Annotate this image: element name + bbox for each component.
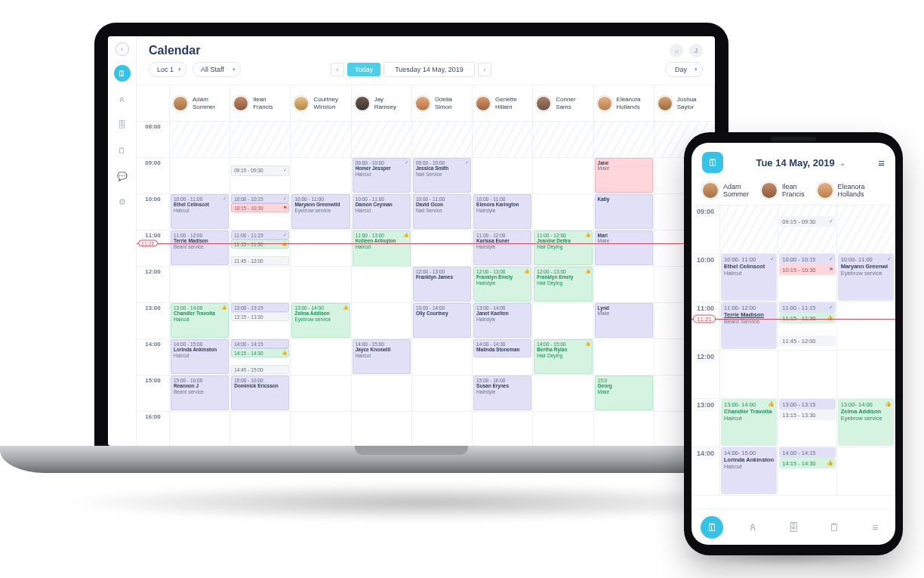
appointment[interactable]: 13:00 - 14:00Chandler TravoltaHaircut👍 — [171, 303, 229, 338]
calendar-cell[interactable] — [230, 267, 291, 303]
view-select[interactable]: Day ▾ — [665, 62, 703, 77]
appointment[interactable]: 11:00 - 12:00Karissa EunerHairstyle — [473, 230, 531, 265]
calendar-nav-icon[interactable]: 🗓 — [114, 65, 131, 82]
calendar-cell[interactable]: 12:00 - 13:00Franklyn EmelyHairstyle👍 — [473, 267, 533, 303]
calendar-cell[interactable]: 11:00 - 12:00Karissa EunerHairstyle — [473, 230, 533, 267]
calendar-cell[interactable]: 14:00 - 15:00Jayce KnoxwillHaircut — [352, 339, 412, 376]
appointment[interactable]: 14:00 - 15:00Lorinda AnkinstonHaircut — [171, 339, 229, 374]
appointment[interactable]: 14:00 - 15:00Jayce KnoxwillHaircut — [353, 339, 411, 374]
phone-calendar-icon[interactable]: 🗓 — [702, 152, 723, 173]
calendar-cell[interactable]: 10:00 - 11:00Maryann GreenwildEyebrow se… — [291, 194, 351, 230]
calendar-cell[interactable]: 15:00 - 16:00Reannon JBeard service — [170, 376, 230, 412]
appointment[interactable]: 15:00 - 16:00Dominick Ericsson — [231, 376, 289, 410]
appointment[interactable]: 11:15 - 11:30👍 — [231, 240, 289, 249]
appointment[interactable]: LyndMake — [595, 303, 653, 338]
calendar-cell[interactable]: 09:00 - 10:00Homer JessperHaircut✓ — [352, 158, 412, 194]
search-icon[interactable]: ⌕ — [670, 44, 683, 57]
calendar-cell[interactable] — [412, 339, 473, 376]
staff-select[interactable]: All Staff ▾ — [192, 62, 241, 77]
phone-appointment[interactable]: 11:00- 12:00Terrie MadisonBeard Service — [721, 302, 777, 349]
calendar-cell[interactable]: 13:00 - 14:00Janet KaeltonHairstyle — [473, 303, 533, 339]
phone-appointment[interactable]: 14:00- 15:00Lorinda AnkinstonHaircut — [721, 447, 777, 494]
phone-calendar-cell[interactable]: 14:00 - 14:1514:15 - 14:30👍 — [778, 447, 836, 496]
appointment[interactable]: 10:00 - 11:00David OconNail Service — [413, 194, 471, 229]
calendar-cell[interactable] — [352, 412, 412, 446]
calendar-cell[interactable]: 12:00 - 13:00Franklyn EmelyHair Deying👍 — [533, 267, 593, 303]
staff-header[interactable]: AdamSommer — [170, 85, 230, 122]
phone-calendar-cell[interactable] — [837, 351, 895, 399]
calendar-cell[interactable]: 10:00 - 11:00Damon CeymanHaircut — [352, 194, 412, 230]
calendar-cell[interactable] — [594, 122, 654, 158]
calendar-cell[interactable] — [170, 122, 230, 158]
calendar-cell[interactable] — [352, 267, 412, 303]
calendar-cell[interactable]: 15:00 - 16:00Susan ErynesHairstyle — [473, 376, 533, 412]
appointment[interactable]: 13:00 - 14:00Zelma AddisonEyebrow servic… — [291, 303, 350, 338]
phone-calendar-cell[interactable] — [720, 351, 778, 399]
appointment[interactable]: 14:00 - 14:15 — [231, 339, 289, 348]
today-button[interactable]: Today — [347, 63, 380, 76]
phone-calendar-cell[interactable]: 09:15 - 09:30✓ — [778, 206, 836, 254]
phone-date-select[interactable]: Tue 14 May, 2019 ⌄ — [756, 157, 845, 168]
calendar-cell[interactable] — [533, 412, 593, 446]
calendar-cell[interactable]: 13:00 - 14:00Olly Courtney — [412, 303, 473, 339]
calendar-cell[interactable] — [533, 158, 593, 194]
phone-appointment[interactable]: 10:00 - 10:15✓ — [779, 254, 835, 264]
phone-appointment[interactable]: 13:00 - 13:15 — [779, 399, 835, 410]
phone-calendar-cell[interactable]: 11:00 - 11:15✓11:15 - 11:30👍11:45 - 12:0… — [778, 302, 836, 351]
calendar-grid[interactable]: AdamSommer IleanFrancis CourtneyWinston … — [137, 85, 715, 446]
phone-staff-item[interactable]: IleanFrancis — [761, 182, 805, 199]
calendar-cell[interactable]: 09:15 - 09:30✓ — [230, 158, 291, 194]
calendar-cell[interactable] — [352, 122, 412, 158]
calendar-cell[interactable]: 11:00 - 11:15✓11:15 - 11:30👍11:45 - 12:0… — [230, 230, 291, 267]
appointment[interactable]: 13:00 - 14:00Janet KaeltonHairstyle — [473, 303, 531, 338]
phone-staff-item[interactable]: EleanoraHollands — [817, 182, 865, 199]
calendar-cell[interactable] — [291, 158, 351, 194]
phone-appointment[interactable]: 14:00 - 14:15 — [779, 447, 835, 458]
phone-staff-item[interactable]: AdamSommer — [702, 182, 749, 199]
calendar-cell[interactable]: 10:00 - 11:00Elenora KaringtonHairstyle — [473, 194, 533, 230]
phone-appointment[interactable]: 13:00- 14:00Zelma AddisonEyebrow service… — [838, 399, 894, 446]
phone-calendar-cell[interactable]: 10:00 - 10:15✓10:15 - 10:30⚑ — [778, 254, 836, 302]
prev-day-button[interactable]: ‹ — [331, 63, 344, 76]
appointment[interactable]: 13:00 - 13:15 — [231, 303, 289, 312]
calendar-cell[interactable]: 15:0GeorgMake — [594, 376, 654, 412]
calendar-cell[interactable] — [594, 339, 654, 376]
calendar-cell[interactable] — [412, 122, 473, 158]
appointment[interactable]: 15:0GeorgMake — [595, 376, 653, 410]
staff-header[interactable]: OdeliaSimon — [412, 85, 473, 122]
appointment[interactable]: MariMake — [595, 230, 653, 265]
calendar-cell[interactable] — [594, 267, 654, 303]
phone-appointment[interactable]: 10:00- 11:00Maryann GreenwiEyebrow servi… — [838, 254, 894, 301]
settings-nav-icon[interactable]: ⚙ — [114, 193, 131, 210]
expand-rail-icon[interactable]: › — [116, 42, 129, 56]
phone-appointment[interactable]: 09:15 - 09:30✓ — [779, 216, 835, 227]
calendar-cell[interactable] — [291, 376, 351, 412]
calendar-cell[interactable]: 14:00 - 15:00Lorinda AnkinstonHaircut — [170, 339, 230, 376]
calendar-cell[interactable] — [412, 230, 473, 267]
appointment[interactable]: 14:15 - 14:30👍 — [231, 348, 289, 357]
calendar-cell[interactable]: Katly — [594, 194, 654, 230]
calendar-cell[interactable]: 14:00 - 14:1514:15 - 14:30👍14:45 - 15:00 — [230, 339, 291, 376]
appointment[interactable]: 13:00 - 14:00Olly Courtney — [413, 303, 471, 338]
appointment[interactable]: 09:15 - 09:30✓ — [231, 165, 289, 176]
staff-header[interactable]: GenetteHillam — [473, 85, 533, 122]
calendar-cell[interactable] — [533, 303, 593, 339]
appointment[interactable]: 11:00 - 12:00Terrie MadisonBeard service — [171, 230, 229, 265]
calendar-cell[interactable] — [291, 230, 351, 267]
calendar-cell[interactable] — [170, 267, 230, 303]
phone-tab-briefcase[interactable]: 🗄 — [782, 516, 805, 539]
appointment[interactable]: 12:00 - 13:00Franklyn EmelyHairstyle👍 — [473, 267, 531, 301]
calendar-cell[interactable] — [291, 122, 351, 158]
phone-filter-icon[interactable]: ≡ — [878, 156, 885, 169]
calendar-cell[interactable]: MariMake — [594, 230, 654, 267]
appointment[interactable]: 11:00 - 12:00Jeanine DeitraHair Deying👍 — [534, 230, 592, 265]
calendar-cell[interactable] — [473, 158, 533, 194]
phone-calendar-cell[interactable]: 13:00 - 13:1513:15 - 13:30 — [778, 399, 836, 447]
appointment[interactable]: 09:00 - 10:00Jessica SmithNail Service✓ — [413, 158, 471, 193]
calendar-cell[interactable]: 15:00 - 16:00Dominick Ericsson — [230, 376, 291, 412]
clipboard-nav-icon[interactable]: 🗒 — [114, 142, 131, 159]
phone-tab-menu[interactable]: ≡ — [864, 516, 886, 539]
next-day-button[interactable]: › — [478, 63, 491, 76]
appointment[interactable]: 11:00 - 11:15✓ — [231, 230, 289, 240]
appointment[interactable]: 10:00 - 11:00Ethel CelinscotHaircut✓ — [171, 194, 229, 229]
